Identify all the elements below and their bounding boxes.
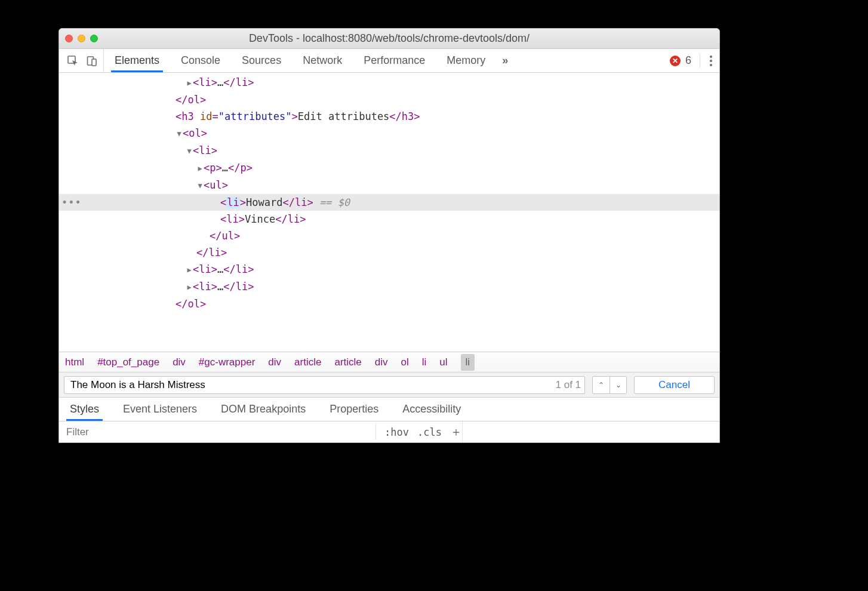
separator xyxy=(700,54,700,67)
crumb-top[interactable]: #top_of_page xyxy=(97,356,159,368)
cls-toggle[interactable]: .cls xyxy=(417,426,442,438)
tree-row[interactable]: <li>Vince</li> xyxy=(59,211,719,227)
tree-row[interactable]: ▶<li>…</li> xyxy=(59,261,719,278)
zoom-icon[interactable] xyxy=(90,35,98,42)
tab-memory[interactable]: Memory xyxy=(436,49,496,72)
subtab-dom-breakpoints[interactable]: DOM Breakpoints xyxy=(213,398,314,421)
tree-row[interactable]: <h3 id="attributes">Edit attributes</h3> xyxy=(59,108,719,125)
search-result-count: 1 of 1 xyxy=(556,379,581,391)
elements-panel[interactable]: ▶<li>…</li> </ol> <h3 id="attributes">Ed… xyxy=(59,73,719,352)
devtools-window: DevTools - localhost:8080/web/tools/chro… xyxy=(59,28,720,443)
tree-row[interactable]: ▼<ul> xyxy=(59,177,719,194)
tree-row[interactable]: ▶<p>…</p> xyxy=(59,159,719,177)
row-actions-icon[interactable]: ••• xyxy=(61,194,82,211)
search-input[interactable] xyxy=(69,378,556,392)
inspect-element-icon[interactable] xyxy=(65,53,81,69)
tab-network[interactable]: Network xyxy=(292,49,353,72)
tree-row[interactable]: </ol> xyxy=(59,296,719,312)
tab-console[interactable]: Console xyxy=(170,49,231,72)
tree-row[interactable]: </ol> xyxy=(59,91,719,108)
styles-filter-input[interactable] xyxy=(65,426,370,439)
crumb-li-selected[interactable]: li xyxy=(461,354,475,371)
crumb-gcwrap[interactable]: #gc-wrapper xyxy=(199,356,256,368)
search-nav: ⌃ ⌄ xyxy=(592,376,627,394)
crumb-li[interactable]: li xyxy=(422,356,427,368)
error-count: 6 xyxy=(685,54,691,67)
crumb-div[interactable]: div xyxy=(173,356,186,368)
devtools-toolbar: Elements Console Sources Network Perform… xyxy=(59,49,719,73)
crumb-article[interactable]: article xyxy=(294,356,321,368)
subtab-event-listeners[interactable]: Event Listeners xyxy=(115,398,205,421)
search-prev-button[interactable]: ⌃ xyxy=(593,377,610,393)
tree-row[interactable]: ▼<ol> xyxy=(59,125,719,142)
subtab-accessibility[interactable]: Accessibility xyxy=(394,398,469,421)
device-toolbar-icon[interactable] xyxy=(84,53,100,69)
styles-toolbar: :hov .cls ＋ xyxy=(59,421,719,442)
subtab-properties[interactable]: Properties xyxy=(321,398,387,421)
search-next-button[interactable]: ⌄ xyxy=(610,377,626,393)
tree-row[interactable]: ▶<li>…</li> xyxy=(59,278,719,296)
tree-row[interactable]: ▼<li> xyxy=(59,142,719,159)
error-icon[interactable]: ✕ xyxy=(670,56,681,66)
tab-performance[interactable]: Performance xyxy=(353,49,436,72)
minimize-icon[interactable] xyxy=(78,35,85,42)
styles-sidebar-split xyxy=(462,421,719,442)
crumb-ol[interactable]: ol xyxy=(401,356,409,368)
settings-kebab-icon[interactable] xyxy=(709,54,713,67)
window-title: DevTools - localhost:8080/web/tools/chro… xyxy=(59,32,719,45)
svg-rect-2 xyxy=(92,59,96,66)
close-icon[interactable] xyxy=(65,35,73,42)
crumb-div2[interactable]: div xyxy=(268,356,281,368)
crumb-ul[interactable]: ul xyxy=(439,356,447,368)
crumb-html[interactable]: html xyxy=(65,356,84,368)
new-style-rule-icon[interactable]: ＋ xyxy=(450,424,462,440)
hov-toggle[interactable]: :hov xyxy=(384,426,409,438)
window-titlebar: DevTools - localhost:8080/web/tools/chro… xyxy=(59,29,719,49)
tab-sources[interactable]: Sources xyxy=(231,49,292,72)
panel-tabs: Elements Console Sources Network Perform… xyxy=(104,49,496,72)
subtab-styles[interactable]: Styles xyxy=(61,398,107,421)
crumb-article2[interactable]: article xyxy=(334,356,361,368)
styles-tabs: Styles Event Listeners DOM Breakpoints P… xyxy=(59,397,719,421)
tabs-overflow-button[interactable]: » xyxy=(496,49,514,72)
tab-elements[interactable]: Elements xyxy=(104,49,170,72)
traffic-lights xyxy=(65,35,98,42)
tree-row-selected[interactable]: ••• <li>Howard</li> == $0 xyxy=(59,194,719,211)
breadcrumb: html #top_of_page div #gc-wrapper div ar… xyxy=(59,352,719,372)
cancel-button[interactable]: Cancel xyxy=(634,376,715,394)
tree-row[interactable]: </li> xyxy=(59,244,719,261)
tree-row[interactable]: </ul> xyxy=(59,227,719,244)
tree-row[interactable]: ▶<li>…</li> xyxy=(59,74,719,91)
search-bar: 1 of 1 ⌃ ⌄ Cancel xyxy=(59,372,719,397)
crumb-div3[interactable]: div xyxy=(375,356,388,368)
